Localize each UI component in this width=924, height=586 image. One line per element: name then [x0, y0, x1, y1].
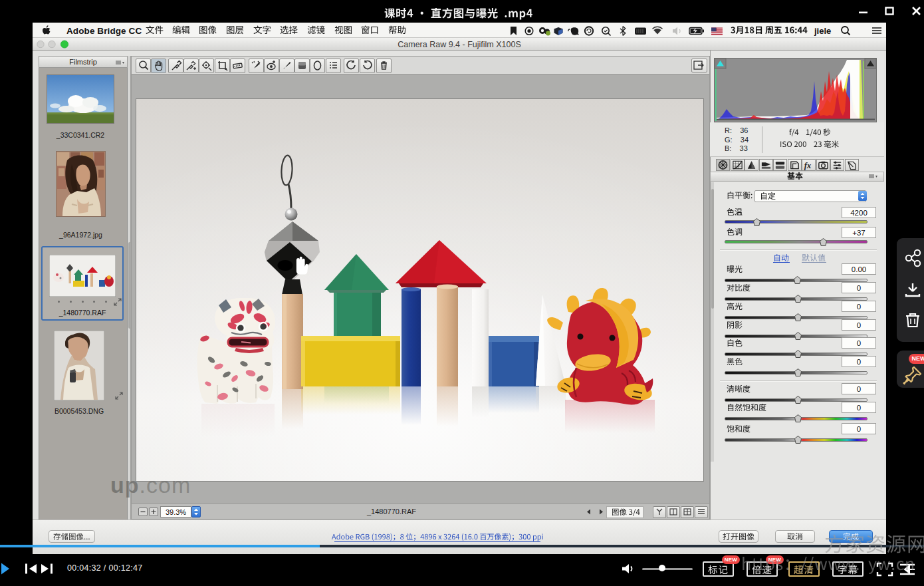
svg-text:fx: fx — [804, 161, 811, 170]
